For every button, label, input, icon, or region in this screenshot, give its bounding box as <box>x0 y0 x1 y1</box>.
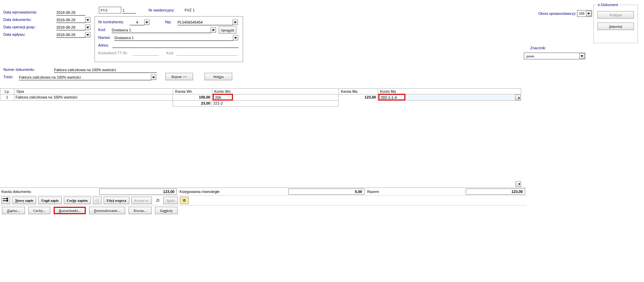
contractor-nip-label: Nip: <box>165 20 172 24</box>
entry-toolbar: Nowy zapis Usuń zapis Cechy zapisu ⓘ Uży… <box>0 195 527 205</box>
contractor-panel: Nr kontrahenta: 4 Nip: PL5456545454 Kod:… <box>95 16 243 62</box>
arrows-icon[interactable] <box>1 197 10 204</box>
grid-row[interactable]: 23,00 221-2 <box>0 101 521 107</box>
contractor-address-label: Adres: <box>98 43 109 47</box>
cell-kwota-ma[interactable] <box>339 101 378 107</box>
marker-label: Znacznik: <box>530 46 546 50</box>
totals-bar: Kwota dokumentu 123,00 Księgowania równo… <box>0 188 527 195</box>
ev-number-label: Nr ewidencyjny: <box>149 8 175 12</box>
gear-icon[interactable]: ⚙ <box>180 197 189 204</box>
contractor-code-field[interactable]: Dostawca 1 <box>112 28 211 33</box>
registry-button[interactable]: Rejestr >> <box>165 73 193 80</box>
doc-amount-value: 123,00 <box>99 189 177 195</box>
cell-konto-ma[interactable] <box>378 101 521 107</box>
date-op-dropdown[interactable] <box>85 25 90 30</box>
parallel-label: Księgowania równoległe <box>177 190 288 194</box>
balance-button: Saldo <box>163 197 178 204</box>
contractor-name-field[interactable]: Dostawca 1 <box>114 35 233 41</box>
cell-konto-wn[interactable]: 221-2 <box>212 101 339 107</box>
date-op-value[interactable]: 2018-08-28 <box>56 25 85 30</box>
contractor-code-dropdown[interactable] <box>211 27 216 33</box>
col-lp[interactable]: Lp. <box>0 89 15 94</box>
window-toolbar: Zapisz... Cechy... Rozrachunki... Przesz… <box>0 205 527 216</box>
save-button[interactable]: Zapisz... <box>2 207 25 214</box>
doc-number-field[interactable]: Faktura zaliczkowa na 100% wartości <box>54 67 157 73</box>
close-button[interactable]: Zamknij <box>155 207 178 214</box>
entries-grid: Lp. Opis Kwota Wn Konto Wn Kwota Ma Kont… <box>0 88 521 107</box>
edoc-group: e-Dokument Podgląd Importuj <box>593 5 638 43</box>
doc-amount-label: Kwota dokumentu <box>1 190 99 194</box>
date-receipt-label: Data wpływu: <box>3 32 25 36</box>
scroll-down-icon[interactable]: ▼ <box>515 181 521 187</box>
contractor-address-field[interactable] <box>112 43 239 48</box>
period-label: Okres sprawozdawczy: <box>538 11 576 16</box>
scroll-up-icon[interactable]: ▲ <box>515 94 521 100</box>
check-button[interactable]: Sprawdź <box>219 26 237 34</box>
doc-content-label: Treść: <box>3 75 14 79</box>
ev-number-value: FVZ 1 <box>185 8 195 12</box>
contractor-nip-field[interactable]: PL5456545454 <box>178 20 233 25</box>
date-receipt-dropdown[interactable] <box>85 32 90 37</box>
grid-row[interactable]: 1 Faktura zaliczkowa na 100% wartości 10… <box>0 94 521 101</box>
marker-select[interactable]: .puste <box>524 53 585 59</box>
col-konto-ma[interactable]: Konto Ma <box>378 89 521 94</box>
attributes-button[interactable]: Cechy... <box>28 207 51 214</box>
contractor-tt-nr-field <box>133 51 159 56</box>
cell-konto-ma[interactable]: 202-1-1-4 <box>378 94 521 101</box>
date-receipt-value[interactable]: 2018-08-28 <box>56 32 85 38</box>
amounts-in-button: Kwoty w: <box>131 197 152 204</box>
total-value: 123,00 <box>466 189 525 195</box>
date-entry-label: Data wprowadzenia: <box>3 10 37 14</box>
edoc-import-button[interactable]: Importuj <box>597 23 634 30</box>
doc-type-select[interactable]: FVZ <box>99 7 121 13</box>
settlements-button[interactable]: Rozrachunki... <box>54 207 85 214</box>
contractor-name-dropdown[interactable] <box>233 35 238 40</box>
col-opis[interactable]: Opis <box>15 89 173 94</box>
cell-opis[interactable] <box>14 101 173 107</box>
search-button[interactable]: Przeszukiwanie... <box>89 207 125 214</box>
date-doc-value[interactable]: 2018-08-28 <box>56 18 85 23</box>
contractor-name-label: Nazwa: <box>98 35 111 39</box>
date-entry-value: 2018-08-28 <box>56 10 85 16</box>
contractor-tt-label: Kontrahent TT Nr: <box>98 51 128 55</box>
col-konto-wn[interactable]: Konto Wn <box>212 89 339 94</box>
use-template-button[interactable]: Użyj wzorca <box>104 197 129 204</box>
edoc-title: e-Dokument <box>596 3 619 7</box>
doc-seq-field[interactable]: 1 <box>123 8 136 13</box>
cell-kwota-ma[interactable]: 123,00 <box>339 94 378 101</box>
amount-button[interactable]: Kwota... <box>129 207 152 214</box>
col-kwota-ma[interactable]: Kwota Ma <box>339 89 378 94</box>
contractor-nip-dropdown[interactable] <box>233 20 238 25</box>
date-doc-dropdown[interactable] <box>85 17 90 23</box>
entry-info-icon: ⓘ <box>93 197 102 204</box>
cell-lp <box>0 101 14 107</box>
doc-content-dropdown[interactable] <box>151 75 156 80</box>
marker-dropdown[interactable] <box>579 53 585 59</box>
cell-kwota-wn[interactable]: 23,00 <box>173 101 212 107</box>
period-dropdown[interactable] <box>586 11 591 16</box>
cell-opis[interactable]: Faktura zaliczkowa na 100% wartości <box>14 94 173 101</box>
contractor-nr-label: Nr kontrahenta: <box>98 20 124 24</box>
currency-button[interactable]: Waluta <box>205 73 232 80</box>
konto-ma-highlight: 202-1-1-4 <box>378 94 405 101</box>
new-entry-button[interactable]: Nowy zapis <box>12 197 36 204</box>
contractor-nr-field[interactable]: 4 <box>130 20 144 25</box>
contractor-nr-dropdown[interactable] <box>144 20 150 25</box>
total-label: Razem <box>365 190 466 194</box>
doc-content-field[interactable]: Faktura zaliczkowa na 100% wartości <box>19 75 151 80</box>
cell-kwota-wn[interactable]: 100,00 <box>173 94 212 101</box>
contractor-code-label: Kod: <box>98 28 106 32</box>
entry-attrs-button[interactable]: Cechy zapisu <box>64 197 91 204</box>
delete-entry-button[interactable]: Usuń zapis <box>38 197 61 204</box>
currency-label: Zł <box>154 198 161 202</box>
date-op-label: Data operacji gosp.: <box>3 25 36 29</box>
col-kwota-wn[interactable]: Kwota Wn <box>173 89 212 94</box>
edoc-preview-button: Podgląd <box>597 11 634 19</box>
date-doc-label: Data dokumentu: <box>3 18 32 22</box>
contractor-tt-kod-label: Kod: <box>166 51 174 55</box>
cell-konto-wn[interactable]: 205 <box>212 94 339 101</box>
cell-lp: 1 <box>0 94 14 101</box>
doc-number-label: Numer dokumentu: <box>3 67 35 72</box>
parallel-value: 0,00 <box>288 189 365 195</box>
konto-wn-highlight: 205 <box>213 94 233 101</box>
